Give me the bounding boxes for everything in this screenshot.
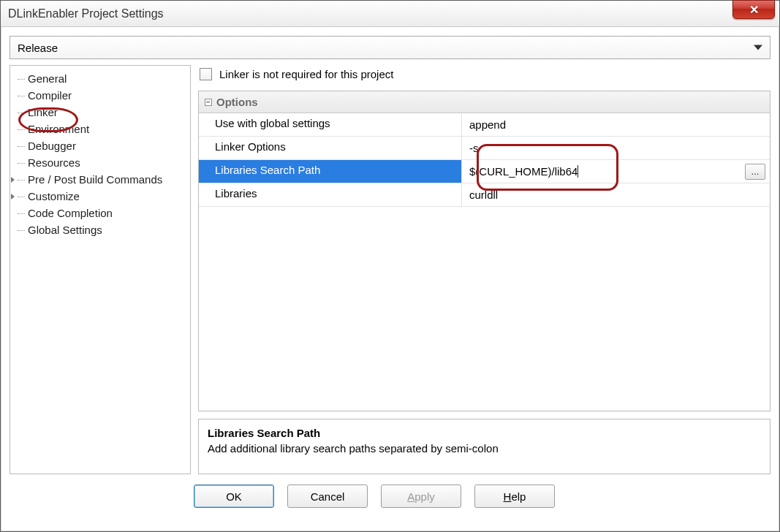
option-label: Libraries Search Path bbox=[199, 160, 462, 183]
window-title: DLinkEnabler Project Settings bbox=[8, 7, 164, 20]
option-value-cell[interactable]: curldll bbox=[462, 183, 770, 206]
option-value-cell[interactable]: append bbox=[462, 113, 770, 136]
option-row[interactable]: Librariescurldll bbox=[199, 183, 770, 207]
button-row: OK Cancel Apply Help bbox=[1, 474, 779, 508]
options-header-label: Options bbox=[216, 96, 258, 108]
linker-not-required-row: Linker is not required for this project bbox=[198, 65, 770, 83]
option-value-cell[interactable]: $(CURL_HOME)/lib64... bbox=[462, 160, 770, 183]
help-description: Add additional library search paths sepa… bbox=[208, 442, 761, 455]
sidebar-tree: GeneralCompilerLinkerEnvironmentDebugger… bbox=[10, 65, 191, 474]
help-panel: Libraries Search Path Add additional lib… bbox=[198, 419, 770, 474]
sidebar-item-pre-post-build-commands[interactable]: Pre / Post Build Commands bbox=[13, 171, 187, 188]
option-label: Use with global settings bbox=[199, 113, 462, 136]
sidebar-item-general[interactable]: General bbox=[13, 70, 187, 87]
dialog-body: GeneralCompilerLinkerEnvironmentDebugger… bbox=[1, 65, 779, 474]
sidebar-item-resources[interactable]: Resources bbox=[13, 154, 187, 171]
option-label: Libraries bbox=[199, 183, 462, 206]
sidebar-item-global-settings[interactable]: Global Settings bbox=[13, 221, 187, 238]
configuration-value: Release bbox=[18, 42, 58, 54]
close-icon: ✕ bbox=[749, 3, 759, 17]
options-grid: − Options Use with global settingsappend… bbox=[198, 91, 770, 411]
apply-button-label: Apply bbox=[407, 490, 435, 503]
ok-button[interactable]: OK bbox=[194, 484, 274, 508]
sidebar-item-environment[interactable]: Environment bbox=[13, 121, 187, 137]
sidebar-item-code-completion[interactable]: Code Completion bbox=[13, 205, 187, 221]
option-value-cell[interactable]: -s bbox=[462, 137, 770, 159]
configuration-dropdown[interactable]: Release bbox=[10, 36, 770, 59]
option-value-input[interactable]: $(CURL_HOME)/lib64 bbox=[469, 165, 578, 178]
collapse-icon[interactable]: − bbox=[205, 99, 212, 106]
help-button[interactable]: Help bbox=[474, 484, 555, 508]
option-row[interactable]: Use with global settingsappend bbox=[199, 113, 770, 137]
options-header[interactable]: − Options bbox=[199, 91, 770, 113]
help-title: Libraries Search Path bbox=[208, 427, 761, 439]
ok-button-label: OK bbox=[226, 490, 242, 503]
sidebar-item-customize[interactable]: Customize bbox=[13, 188, 187, 205]
close-button[interactable]: ✕ bbox=[732, 0, 775, 19]
chevron-down-icon bbox=[754, 45, 762, 50]
option-value: curldll bbox=[469, 189, 498, 201]
main-panel: Linker is not required for this project … bbox=[198, 65, 770, 474]
linker-not-required-checkbox[interactable] bbox=[200, 68, 212, 80]
sidebar-item-compiler[interactable]: Compiler bbox=[13, 87, 187, 104]
option-value: -s bbox=[469, 142, 479, 154]
titlebar: DLinkEnabler Project Settings ✕ bbox=[1, 1, 779, 27]
option-row[interactable]: Linker Options-s bbox=[199, 137, 770, 160]
help-button-label: Help bbox=[504, 490, 526, 503]
options-rows: Use with global settingsappendLinker Opt… bbox=[199, 113, 770, 411]
option-row[interactable]: Libraries Search Path$(CURL_HOME)/lib64.… bbox=[199, 160, 770, 183]
cancel-button[interactable]: Cancel bbox=[287, 484, 368, 508]
browse-button[interactable]: ... bbox=[745, 164, 765, 180]
option-value: append bbox=[469, 118, 506, 131]
dialog-window: DLinkEnabler Project Settings ✕ Release … bbox=[0, 0, 780, 532]
apply-button[interactable]: Apply bbox=[381, 484, 461, 508]
sidebar-item-linker[interactable]: Linker bbox=[13, 104, 187, 121]
cancel-button-label: Cancel bbox=[311, 490, 345, 503]
linker-not-required-label: Linker is not required for this project bbox=[219, 68, 393, 80]
option-label: Linker Options bbox=[199, 137, 462, 159]
sidebar-item-debugger[interactable]: Debugger bbox=[13, 137, 187, 154]
